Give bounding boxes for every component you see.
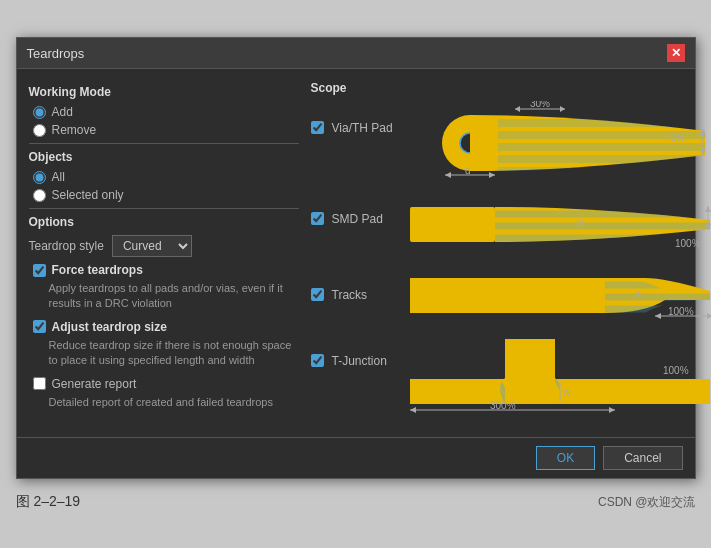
svg-marker-1: [515, 106, 520, 112]
dialog-title: Teardrops: [27, 46, 85, 61]
tracks-row: Tracks: [311, 268, 712, 326]
add-option-row: Add: [29, 105, 299, 119]
svg-text:300%: 300%: [490, 400, 516, 411]
tracks-label: Tracks: [332, 268, 397, 302]
svg-marker-37: [655, 313, 661, 319]
svg-text:100%: 100%: [663, 365, 689, 376]
svg-text:w: w: [575, 217, 584, 228]
generate-report-label: Generate report: [52, 377, 137, 391]
dialog-footer: OK Cancel: [17, 437, 695, 478]
smd-label: SMD Pad: [332, 192, 397, 226]
adjust-description: Reduce teardrop size if there is not eno…: [29, 338, 299, 369]
smd-diagram: w 200% 100%: [405, 192, 712, 260]
teardrop-style-label: Teardrop style: [29, 239, 104, 253]
via-th-diagram: 30%: [405, 101, 712, 184]
add-radio[interactable]: [33, 106, 46, 119]
csdn-label: CSDN @欢迎交流: [598, 494, 696, 511]
cancel-button[interactable]: Cancel: [603, 446, 682, 470]
svg-text:70%: 70%: [664, 132, 684, 143]
svg-text:100%: 100%: [675, 238, 701, 249]
generate-report-checkbox[interactable]: [33, 377, 46, 390]
force-description: Apply teardrops to all pads and/or vias,…: [29, 281, 299, 312]
adjust-size-row: Adjust teardrop size: [29, 320, 299, 334]
svg-marker-51: [609, 407, 615, 413]
dialog-wrapper: Teardrops ✕ Working Mode Add Remove Obje…: [16, 37, 696, 511]
options-header: Options: [29, 215, 299, 229]
svg-text:100%: 100%: [668, 306, 694, 317]
via-th-row: Via/TH Pad 30%: [311, 101, 712, 184]
left-panel: Working Mode Add Remove Objects All: [29, 81, 299, 425]
adjust-size-checkbox[interactable]: [33, 320, 46, 333]
svg-text:w: w: [562, 387, 571, 398]
svg-text:30%: 30%: [530, 101, 550, 109]
objects-header: Objects: [29, 150, 299, 164]
title-bar: Teardrops ✕: [17, 38, 695, 69]
generate-description: Detailed report of created and failed te…: [29, 395, 299, 410]
svg-rect-20: [410, 207, 495, 242]
svg-marker-38: [707, 313, 712, 319]
right-panel: Scope Via/TH Pad 30%: [311, 81, 712, 425]
via-th-checkbox-wrapper: [311, 101, 324, 137]
separator-1: [29, 143, 299, 144]
tracks-checkbox[interactable]: [311, 288, 324, 301]
force-teardrops-row: Force teardrops: [29, 263, 299, 277]
selected-radio[interactable]: [33, 189, 46, 202]
svg-marker-17: [445, 172, 451, 178]
tracks-checkbox-wrapper: [311, 268, 324, 304]
selected-option-row: Selected only: [29, 188, 299, 202]
all-label: All: [52, 170, 65, 184]
tjunction-checkbox[interactable]: [311, 354, 324, 367]
svg-marker-2: [560, 106, 565, 112]
via-th-label: Via/TH Pad: [332, 101, 397, 135]
remove-radio[interactable]: [33, 124, 46, 137]
generate-report-row: Generate report: [29, 377, 299, 391]
svg-text:w: w: [634, 289, 643, 300]
via-th-checkbox[interactable]: [311, 121, 324, 134]
svg-marker-50: [410, 407, 416, 413]
svg-marker-18: [489, 172, 495, 178]
smd-row: SMD Pad: [311, 192, 712, 260]
svg-text:d: d: [465, 165, 471, 176]
tjunction-row: T-Junction: [311, 334, 712, 417]
add-label: Add: [52, 105, 73, 119]
teardrop-style-row: Teardrop style Curved: [29, 235, 299, 257]
smd-checkbox[interactable]: [311, 212, 324, 225]
tjunction-diagram: 100% w 300%: [405, 334, 712, 417]
teardrop-style-dropdown[interactable]: Curved: [112, 235, 192, 257]
dialog-body: Working Mode Add Remove Objects All: [17, 69, 695, 437]
remove-option-row: Remove: [29, 123, 299, 137]
adjust-size-label: Adjust teardrop size: [52, 320, 167, 334]
smd-checkbox-wrapper: [311, 192, 324, 228]
remove-label: Remove: [52, 123, 97, 137]
scope-header: Scope: [311, 81, 712, 95]
force-teardrops-label: Force teardrops: [52, 263, 143, 277]
page-label: 图 2–2–19: [16, 493, 81, 511]
force-teardrops-checkbox[interactable]: [33, 264, 46, 277]
svg-rect-41: [505, 339, 555, 381]
all-option-row: All: [29, 170, 299, 184]
working-mode-header: Working Mode: [29, 85, 299, 99]
svg-marker-29: [705, 206, 711, 212]
tracks-diagram: w 100%: [405, 268, 712, 326]
all-radio[interactable]: [33, 171, 46, 184]
selected-label: Selected only: [52, 188, 124, 202]
close-button[interactable]: ✕: [667, 44, 685, 62]
tjunction-label: T-Junction: [332, 334, 397, 368]
ok-button[interactable]: OK: [536, 446, 595, 470]
teardrops-dialog: Teardrops ✕ Working Mode Add Remove Obje…: [16, 37, 696, 479]
tjunction-checkbox-wrapper: [311, 334, 324, 370]
separator-2: [29, 208, 299, 209]
